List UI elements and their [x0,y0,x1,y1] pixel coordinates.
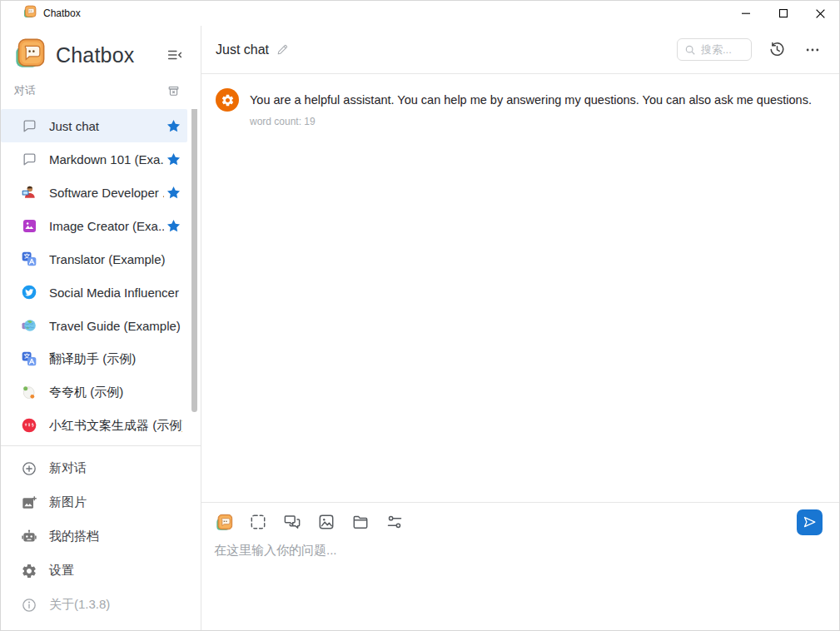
chat-item-label: Translator (Example) [49,252,182,266]
globe-icon [21,317,37,334]
sidebar-menu-label: 新图片 [49,494,87,510]
history-button[interactable] [767,39,788,60]
app-title: Chatbox [56,43,164,67]
collapse-sidebar-icon [166,46,184,64]
gear-avatar-icon [221,93,235,107]
sidebar-menu-item[interactable]: 我的搭档 [1,519,201,554]
clear-box-icon [167,84,181,98]
chat-item[interactable]: Travel Guide (Example) [1,309,187,342]
chatbox-logo-icon [14,37,46,72]
gear-icon [21,563,37,579]
close-button[interactable] [802,1,839,26]
sidebar-menu-label: 设置 [49,563,74,579]
chat-item-label: Markdown 101 (Exa... [49,152,164,166]
chat-item-label: 夸夸机 (示例) [49,385,182,400]
sidebar: Chatbox 对话 Just chatMarkdown 101 (Exa...… [1,26,201,630]
chat-item-label: Just chat [49,119,164,133]
chat-item[interactable]: 翻译助手 (示例) [1,342,187,375]
sidebar-menu: 新对话新图片我的搭档设置关于(1.3.8) [1,445,201,630]
new-image-icon [21,494,37,511]
star-icon[interactable] [164,185,182,201]
titlebar[interactable]: Chatbox [1,1,839,26]
send-button[interactable] [797,509,823,535]
window-title: Chatbox [43,7,81,19]
star-icon[interactable] [164,118,182,134]
chat-item-label: 翻译助手 (示例) [49,351,182,367]
chat-item[interactable]: Translator (Example) [1,242,187,276]
quote-bubbles-icon[interactable] [282,512,302,532]
main-panel: Just chat [201,26,839,630]
info-icon [21,597,37,614]
sidebar-menu-item[interactable]: 新图片 [1,485,201,519]
chat-item-label: Software Developer ... [49,186,164,200]
search-input[interactable] [701,43,746,56]
chat-item-label: Social Media Influencer (E... [49,286,182,300]
scrollbar-thumb[interactable] [191,109,197,412]
search-box[interactable] [677,38,752,61]
send-icon [802,514,818,530]
sidebar-menu-label: 关于(1.3.8) [49,597,110,613]
attach-folder-icon[interactable] [350,512,370,532]
chat-item[interactable]: Image Creator (Exa... [1,209,187,242]
translate-icon [21,251,37,267]
chat-header: Just chat [201,26,839,74]
conversations-label: 对话 [14,83,165,98]
xiaohongshu-icon [21,417,37,434]
sidebar-menu-item[interactable]: 设置 [1,554,201,588]
dove-icon [21,384,37,400]
image-purple-icon [21,217,37,234]
chat-item[interactable]: Software Developer ... [1,176,187,209]
message-text: You are a helpful assistant. You can hel… [250,92,812,109]
app-icon [23,5,37,22]
clear-conversations-button[interactable] [165,82,182,100]
system-message[interactable]: You are a helpful assistant. You can hel… [216,88,823,127]
collapse-sidebar-button[interactable] [164,44,186,66]
composer [201,502,839,630]
maximize-icon [779,10,787,17]
chatbox-window: Chatbox Chatbox 对话 [1,1,839,630]
word-count: word count: 19 [250,116,812,127]
minimize-button[interactable] [727,1,764,26]
robot-icon [21,529,37,545]
chat-item-label: Travel Guide (Example) [49,319,182,333]
chat-bubble-icon [21,151,37,167]
chat-item[interactable]: Just chat [1,109,187,142]
star-icon[interactable] [164,152,182,167]
chat-item[interactable]: 夸夸机 (示例) [1,375,187,409]
technologist-icon [21,184,37,201]
chat-item[interactable]: 小红书文案生成器 (示例) [1,409,187,442]
message-input[interactable] [214,543,788,609]
star-icon[interactable] [164,218,182,234]
history-icon [768,41,786,58]
assistant-avatar [216,88,239,112]
twitter-icon [21,284,37,301]
sidebar-menu-label: 新对话 [49,460,87,476]
chat-item-label: 小红书文案生成器 (示例) [49,418,182,434]
chatbox-logo-icon[interactable] [214,512,234,532]
search-icon [684,44,696,56]
add-circle-icon [21,460,37,477]
sidebar-menu-item[interactable]: 新对话 [1,451,201,485]
chat-bubble-icon [21,117,37,134]
message-area: You are a helpful assistant. You can hel… [201,74,839,502]
composer-toolbar [214,512,823,532]
translate-icon [21,350,37,367]
chat-list: Just chatMarkdown 101 (Exa...Software De… [1,109,201,445]
attach-image-icon[interactable] [316,512,336,532]
screenshot-select-icon[interactable] [248,512,268,532]
maximize-button[interactable] [764,1,802,26]
chat-title: Just chat [216,42,269,57]
settings-sliders-icon[interactable] [385,512,405,532]
more-dots-icon [804,42,821,58]
chat-item-label: Image Creator (Exa... [49,219,164,233]
chat-item[interactable]: Markdown 101 (Exa... [1,142,187,176]
chat-item[interactable]: Social Media Influencer (E... [1,276,187,309]
edit-title-icon[interactable] [276,42,290,57]
sidebar-menu-label: 我的搭档 [49,529,99,544]
sidebar-menu-item[interactable]: 关于(1.3.8) [1,588,201,622]
more-options-button[interactable] [803,40,823,60]
close-icon [817,9,825,17]
